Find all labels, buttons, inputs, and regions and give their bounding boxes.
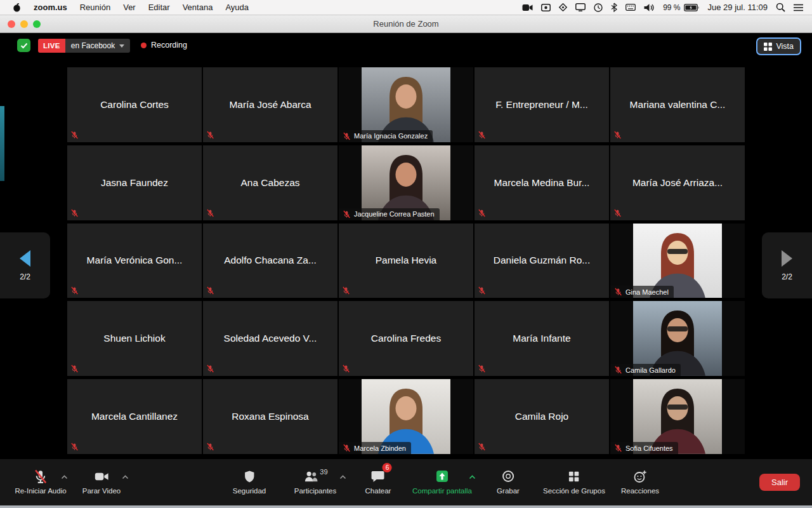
- breakout-rooms-button[interactable]: Sección de Grupos: [543, 468, 605, 495]
- keystroke-icon[interactable]: [559, 3, 567, 11]
- live-stream-control[interactable]: LIVE en Facebook: [38, 39, 130, 53]
- volume-icon[interactable]: [644, 3, 655, 12]
- participant-status-badge: [478, 286, 486, 295]
- video-camera-icon: [94, 469, 110, 485]
- menu-reunion[interactable]: Reunión: [74, 3, 117, 12]
- participant-tile[interactable]: Sofia Cifuentes: [610, 379, 745, 454]
- live-menu-caret[interactable]: [119, 44, 124, 48]
- participant-status-badge: [206, 364, 214, 373]
- participant-tile[interactable]: María José Abarca: [203, 67, 337, 142]
- participant-name: Jasna Faundez: [95, 177, 174, 189]
- participants-options-chevron[interactable]: [339, 475, 346, 479]
- participant-tile[interactable]: Mariana valentina C...: [610, 67, 745, 142]
- apple-menu[interactable]: [6, 3, 27, 12]
- participant-tile[interactable]: María Ignacia Gonzalez: [339, 67, 473, 142]
- zoom-window-button[interactable]: [33, 20, 41, 28]
- menu-ayuda[interactable]: Ayuda: [219, 3, 255, 12]
- menu-ver[interactable]: Ver: [117, 3, 142, 12]
- unmute-audio-button[interactable]: Re-Iniciar Audio: [15, 468, 66, 495]
- mic-muted-icon: [70, 364, 79, 373]
- menu-ventana[interactable]: Ventana: [176, 3, 219, 12]
- participant-tile[interactable]: Carolina Cortes: [67, 67, 202, 142]
- participant-tile[interactable]: Adolfo Chacana Za...: [203, 224, 337, 298]
- page-indicator-right: 2/2: [782, 272, 792, 281]
- participant-tile[interactable]: María Verónica Gon...: [67, 224, 202, 298]
- participant-name: María José Arriaza...: [626, 177, 729, 189]
- security-button[interactable]: Seguridad: [233, 468, 266, 495]
- video-options-chevron[interactable]: [122, 475, 129, 479]
- menu-editar[interactable]: Editar: [142, 3, 176, 12]
- share-screen-button[interactable]: Compartir pantalla: [412, 468, 472, 495]
- stop-video-button[interactable]: Parar Video: [82, 468, 121, 495]
- share-options-chevron[interactable]: [469, 475, 476, 479]
- participant-tile[interactable]: María José Arriaza...: [610, 145, 745, 220]
- time-machine-icon[interactable]: [594, 3, 603, 12]
- stop-video-label: Parar Video: [82, 487, 121, 495]
- recording-dot-icon: [141, 43, 147, 48]
- arrow-right-icon: [782, 250, 792, 267]
- mic-muted-icon: [33, 469, 49, 485]
- participant-tile[interactable]: Jacqueline Correa Pasten: [339, 145, 473, 220]
- menu-lines-icon[interactable]: [794, 4, 803, 11]
- participant-tile[interactable]: Carolina Fredes: [339, 301, 473, 376]
- battery-percent: 99 %: [663, 3, 680, 12]
- participant-tile[interactable]: Marcela Medina Bur...: [475, 145, 609, 220]
- display-icon[interactable]: [575, 3, 586, 11]
- mic-muted-icon: [613, 209, 622, 217]
- participant-tile[interactable]: Ana Cabezas: [203, 145, 337, 220]
- spotlight-icon[interactable]: [776, 3, 785, 12]
- mic-muted-icon: [614, 366, 622, 374]
- participant-tile[interactable]: Camila Rojo: [475, 379, 609, 454]
- participant-tile[interactable]: Gina Maechel: [610, 224, 745, 298]
- minimize-button[interactable]: [20, 20, 28, 28]
- gallery-grid-icon: [764, 43, 772, 51]
- mic-muted-icon: [206, 364, 214, 373]
- participant-tile[interactable]: Shuen Lichiok: [67, 301, 202, 376]
- participant-tile[interactable]: Marcela Cantillanez: [67, 379, 202, 454]
- chat-button[interactable]: 6 Chatear: [365, 468, 391, 495]
- participant-tile[interactable]: F. Entrepreneur / M...: [475, 67, 609, 142]
- screen-record-icon[interactable]: [541, 4, 551, 11]
- participant-status-badge: [342, 364, 350, 373]
- participant-tile[interactable]: María Infante: [475, 301, 609, 376]
- arrow-left-icon: [20, 250, 30, 267]
- participant-name-label: Jacqueline Correa Pasten: [354, 210, 435, 218]
- shield-check-icon: [20, 43, 28, 49]
- audio-options-chevron[interactable]: [61, 475, 68, 479]
- view-button[interactable]: Vista: [756, 37, 801, 55]
- close-button[interactable]: [8, 20, 15, 28]
- participant-name-label: Gina Maechel: [625, 288, 669, 296]
- encryption-badge[interactable]: [17, 39, 30, 52]
- participant-status-badge: [70, 209, 79, 217]
- mic-muted-icon: [70, 286, 79, 295]
- record-button[interactable]: Grabar: [497, 468, 520, 495]
- next-page-button[interactable]: 2/2: [762, 232, 812, 298]
- keyboard-icon[interactable]: [625, 4, 636, 11]
- mic-muted-icon: [70, 443, 79, 451]
- security-shield-icon: [242, 469, 257, 485]
- participant-tile[interactable]: Pamela Hevia: [339, 224, 473, 298]
- mic-muted-icon: [206, 131, 214, 139]
- leave-meeting-button[interactable]: Salir: [759, 474, 800, 491]
- menubar-clock[interactable]: Jue 29 jul. 11:09: [708, 3, 768, 12]
- window-title: Reunión de Zoom: [373, 19, 438, 29]
- participant-name-label: Sofia Cifuentes: [625, 444, 673, 452]
- mic-muted-icon: [478, 443, 486, 451]
- participants-count: 39: [320, 468, 327, 476]
- camera-icon[interactable]: [522, 4, 533, 11]
- participant-status-badge: Jacqueline Correa Pasten: [339, 208, 440, 220]
- participant-tile[interactable]: Daniela Guzmán Ro...: [475, 224, 609, 298]
- previous-page-button[interactable]: 2/2: [0, 232, 50, 298]
- desktop-bottom-strip: [0, 505, 812, 508]
- battery-status[interactable]: 99 %: [663, 3, 699, 12]
- reactions-button[interactable]: Reacciones: [621, 468, 659, 495]
- participants-button[interactable]: 39 Participantes: [294, 468, 336, 495]
- participant-tile[interactable]: Camila Gallardo: [610, 301, 745, 376]
- participant-tile[interactable]: Roxana Espinosa: [203, 379, 337, 454]
- participant-tile[interactable]: Soledad Acevedo V...: [203, 301, 337, 376]
- bluetooth-icon[interactable]: [611, 3, 617, 12]
- participant-tile[interactable]: Marcela Zbinden: [339, 379, 473, 454]
- menu-zoom-us[interactable]: zoom.us: [27, 3, 74, 12]
- participant-tile[interactable]: Jasna Faundez: [67, 145, 202, 220]
- recording-label: Recording: [151, 41, 187, 50]
